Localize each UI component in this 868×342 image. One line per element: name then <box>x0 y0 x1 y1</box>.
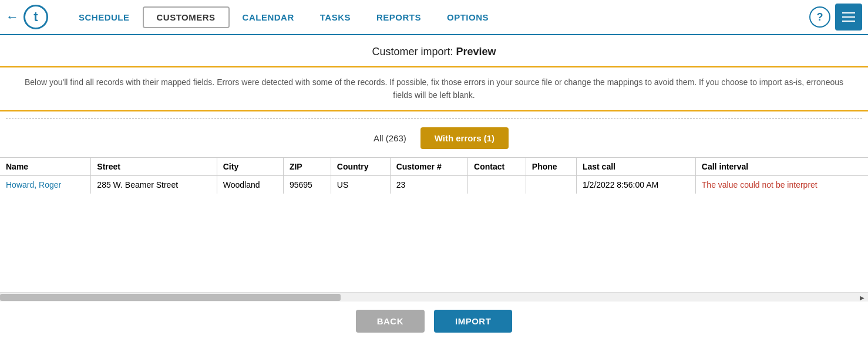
back-button[interactable]: BACK <box>356 310 425 333</box>
col-country: Country <box>331 158 390 176</box>
info-text: Below you'll find all records with their… <box>0 67 868 110</box>
import-button[interactable]: IMPORT <box>434 310 512 333</box>
col-last-call: Last call <box>576 158 695 176</box>
back-arrow-button[interactable]: ← <box>6 9 19 25</box>
col-phone: Phone <box>526 158 576 176</box>
horizontal-scrollbar[interactable]: ▶ <box>0 292 868 302</box>
cell-street: 285 W. Beamer Street <box>91 175 217 194</box>
nav-tasks[interactable]: TASKS <box>307 8 364 27</box>
nav-reports[interactable]: REPORTS <box>364 8 434 27</box>
help-button[interactable]: ? <box>809 6 830 28</box>
table-header-row: Name Street City ZIP Country Customer # … <box>0 158 868 176</box>
bottom-buttons: BACK IMPORT <box>0 302 868 342</box>
page-title-prefix: Customer import: <box>372 46 456 57</box>
cell-zip: 95695 <box>283 175 331 194</box>
hamburger-line-1 <box>842 12 855 13</box>
col-contact: Contact <box>468 158 526 176</box>
main-content: Customer import: Preview Below you'll fi… <box>0 35 868 342</box>
cell-contact <box>468 175 526 194</box>
help-icon: ? <box>817 11 823 23</box>
cell-phone <box>526 175 576 194</box>
page-title: Customer import: Preview <box>0 46 868 58</box>
hamburger-line-3 <box>842 21 855 22</box>
cell-name: Howard, Roger <box>0 175 91 194</box>
records-table: Name Street City ZIP Country Customer # … <box>0 158 868 194</box>
col-city: City <box>217 158 283 176</box>
cell-country: US <box>331 175 390 194</box>
nav-calendar[interactable]: CALENDAR <box>230 8 307 27</box>
col-name: Name <box>0 158 91 176</box>
tab-all[interactable]: All (263) <box>359 127 420 149</box>
table-row: Howard, Roger 285 W. Beamer Street Woodl… <box>0 175 868 194</box>
hamburger-line-2 <box>842 16 855 18</box>
hamburger-menu-button[interactable] <box>835 4 862 31</box>
cell-customer-num: 23 <box>390 175 467 194</box>
nav-right-controls: ? <box>809 4 862 31</box>
cell-call-interval: The value could not be interpret <box>695 175 868 194</box>
scroll-right-arrow-icon[interactable]: ▶ <box>857 293 867 302</box>
cell-city: Woodland <box>217 175 283 194</box>
col-street: Street <box>91 158 217 176</box>
navbar: ← t SCHEDULE CUSTOMERS CALENDAR TASKS RE… <box>0 0 868 35</box>
app-logo: t <box>23 5 48 29</box>
info-section: Below you'll find all records with their… <box>0 66 868 111</box>
scroll-thumb[interactable] <box>0 294 341 301</box>
nav-links: SCHEDULE CUSTOMERS CALENDAR TASKS REPORT… <box>66 6 809 28</box>
nav-schedule[interactable]: SCHEDULE <box>66 8 143 27</box>
records-table-container[interactable]: Name Street City ZIP Country Customer # … <box>0 157 868 290</box>
tab-with-errors[interactable]: With errors (1) <box>420 127 509 149</box>
tabs-row: All (263) With errors (1) <box>0 127 868 149</box>
logo-letter: t <box>33 9 38 25</box>
nav-options[interactable]: OPTIONS <box>434 8 502 27</box>
cell-last-call: 1/2/2022 8:56:00 AM <box>576 175 695 194</box>
col-zip: ZIP <box>283 158 331 176</box>
nav-customers[interactable]: CUSTOMERS <box>143 6 230 28</box>
page-title-bold: Preview <box>456 46 496 57</box>
col-call-interval: Call interval <box>695 158 868 176</box>
col-customer-num: Customer # <box>390 158 467 176</box>
dotted-separator <box>6 118 862 119</box>
